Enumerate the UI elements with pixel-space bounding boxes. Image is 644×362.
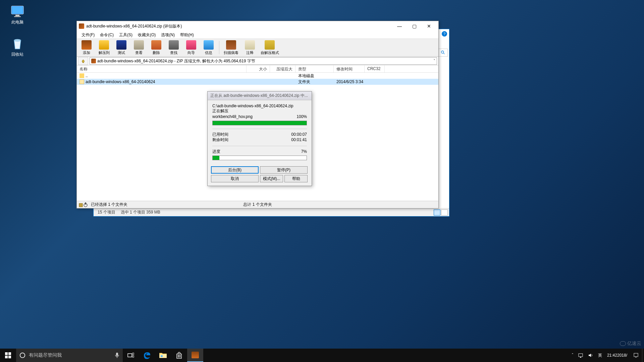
folder-icon	[99, 40, 109, 50]
toolbar: 添加 解压到 测试 查看 删除 查找 向导 信息 扫描病毒 注释 自解压格式	[77, 39, 438, 57]
taskbar-winrar[interactable]	[187, 349, 203, 362]
dialog-title: 正在从 adt-bundle-windows-x86_64-20140624.z…	[208, 92, 312, 100]
svg-rect-15	[116, 353, 118, 356]
network-icon[interactable]	[576, 349, 586, 362]
help-icon[interactable]: ?	[442, 31, 447, 37]
col-packed[interactable]: 压缩后大小	[270, 65, 296, 72]
mic-icon[interactable]	[115, 352, 119, 358]
start-button[interactable]	[0, 349, 16, 362]
mode-button[interactable]: 模式(M)...	[260, 175, 283, 182]
menu-command[interactable]: 命令(C)	[97, 32, 116, 39]
chevron-down-icon[interactable]: ˅	[433, 59, 435, 63]
notifications-icon[interactable]	[630, 349, 642, 362]
current-file: workbench48_hov.png	[212, 114, 253, 119]
winrar-icon	[79, 23, 84, 29]
address-text: adt-bundle-windows-x86_64-20140624.zip -…	[97, 58, 255, 64]
up-button[interactable]	[78, 57, 88, 65]
extract-action: 正在解压	[212, 108, 307, 114]
view-button[interactable]: 查看	[130, 39, 147, 56]
cancel-button[interactable]: 取消	[211, 175, 259, 182]
col-type[interactable]: 类型	[296, 65, 334, 72]
col-size[interactable]: 大小	[247, 65, 270, 72]
tray-chevron-icon[interactable]: ˆ	[570, 349, 576, 362]
info-icon	[204, 40, 214, 50]
view-large-icon[interactable]	[441, 209, 448, 216]
archive-icon	[82, 40, 92, 50]
desktop-recycle-bin[interactable]: 回收站	[5, 37, 30, 57]
clock[interactable]: 21:42 2018/	[604, 349, 630, 362]
extract-button[interactable]: 解压到	[96, 39, 112, 56]
minimize-button[interactable]: —	[392, 21, 407, 31]
show-desktop[interactable]	[642, 349, 644, 362]
svg-rect-1	[12, 7, 23, 13]
desktop-this-pc[interactable]: 此电脑	[5, 5, 30, 25]
sfx-button[interactable]: 自解压格式	[259, 39, 280, 56]
cloud-icon	[620, 341, 626, 346]
background-button[interactable]: 后台(B)	[211, 166, 259, 174]
status-selection: 选中 1 个项目 359 MB	[121, 209, 160, 215]
svg-rect-11	[8, 352, 11, 355]
remain-label: 剩余时间	[212, 137, 228, 142]
svg-rect-2	[15, 15, 19, 16]
svg-rect-24	[178, 356, 179, 357]
add-button[interactable]: 添加	[78, 39, 95, 56]
desktop-label: 此电脑	[5, 19, 30, 25]
folder-icon	[79, 79, 84, 84]
search-icon[interactable]	[438, 49, 448, 57]
maximize-button[interactable]: ▢	[407, 21, 422, 31]
taskbar-explorer[interactable]	[155, 349, 171, 362]
archive-icon	[91, 59, 96, 63]
address-field[interactable]: adt-bundle-windows-x86_64-20140624.zip -…	[90, 57, 437, 65]
volume-icon[interactable]	[586, 349, 596, 362]
svg-rect-17	[128, 354, 132, 357]
taskbar-edge[interactable]	[139, 349, 155, 362]
desktop-label: 回收站	[5, 52, 30, 57]
delete-icon	[151, 40, 161, 50]
scan-button[interactable]: 扫描病毒	[221, 39, 241, 56]
progress-label: 进度	[212, 149, 220, 154]
cortana-icon	[19, 352, 25, 358]
wizard-icon	[186, 40, 196, 50]
info-button[interactable]: 信息	[200, 39, 217, 56]
list-item-folder[interactable]: adt-bundle-windows-x86_64-20140624 文件夹 2…	[77, 79, 438, 85]
menubar: 文件(F) 命令(C) 工具(S) 收藏夹(O) 选项(N) 帮助(H)	[77, 31, 438, 39]
close-button[interactable]: ✕	[422, 21, 436, 31]
menu-file[interactable]: 文件(F)	[79, 32, 97, 39]
taskbar-store[interactable]	[171, 349, 187, 362]
statusbar: 已经选择 1 个文件夹 总计 1 个文件夹	[77, 201, 438, 208]
find-button[interactable]: 查找	[165, 39, 182, 56]
pause-button[interactable]: 暂停(P)	[260, 166, 308, 174]
svg-line-6	[443, 53, 445, 54]
task-view-button[interactable]	[123, 349, 139, 362]
col-modified[interactable]: 修改时间	[334, 65, 365, 72]
ime-indicator[interactable]: 英	[596, 349, 604, 362]
svg-rect-21	[161, 355, 163, 357]
delete-button[interactable]: 删除	[148, 39, 165, 56]
col-name[interactable]: 名称	[77, 65, 247, 72]
search-box[interactable]: 有问题尽管问我	[16, 349, 123, 362]
view-details-icon[interactable]	[434, 209, 440, 216]
wizard-button[interactable]: 向导	[183, 39, 200, 56]
help-button[interactable]: 帮助	[284, 175, 308, 182]
menu-options[interactable]: 选项(N)	[158, 32, 177, 39]
status-left: 已经选择 1 个文件夹	[91, 202, 127, 207]
svg-point-14	[20, 353, 25, 358]
watermark: 亿速云	[620, 341, 641, 347]
svg-rect-13	[8, 356, 11, 358]
menu-help[interactable]: 帮助(H)	[177, 32, 197, 39]
comment-button[interactable]: 注释	[241, 39, 258, 56]
svg-point-5	[441, 51, 444, 53]
list-item-up[interactable]: .. 本地磁盘	[77, 73, 438, 79]
svg-rect-20	[159, 354, 167, 358]
winrar-icon	[192, 352, 199, 358]
status-right: 总计 1 个文件夹	[243, 202, 272, 207]
extract-path: C:\adt-bundle-windows-x86_64-20140624.zi…	[212, 104, 307, 108]
status-items: 15 个项目	[98, 209, 115, 215]
svg-rect-7	[79, 203, 83, 207]
col-crc[interactable]: CRC32	[365, 65, 385, 72]
menu-tool[interactable]: 工具(S)	[116, 32, 135, 39]
test-button[interactable]: 测试	[113, 39, 130, 56]
svg-rect-3	[14, 16, 21, 17]
menu-favorites[interactable]: 收藏夹(O)	[135, 32, 158, 39]
svg-rect-10	[5, 352, 8, 355]
